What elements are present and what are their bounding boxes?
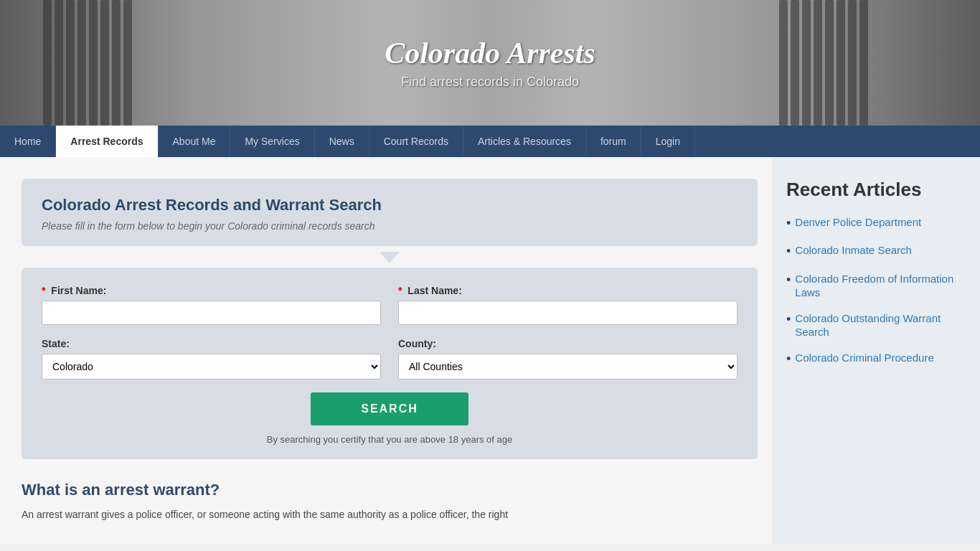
last-name-group: * Last Name: xyxy=(398,285,738,325)
list-item: Colorado Criminal Procedure xyxy=(786,351,966,367)
recent-articles-list: Denver Police Department Colorado Inmate… xyxy=(786,215,966,367)
search-button-wrapper: SEARCH xyxy=(42,392,738,425)
search-box-title: Colorado Arrest Records and Warrant Sear… xyxy=(42,196,738,215)
article-link-criminal-procedure[interactable]: Colorado Criminal Procedure xyxy=(795,351,933,365)
search-form-container: * First Name: * Last Name: State: xyxy=(22,268,758,459)
hero-content: Colorado Arrests Find arrest records in … xyxy=(385,36,595,90)
site-title: Colorado Arrests xyxy=(385,36,595,70)
site-subtitle: Find arrest records in Colorado xyxy=(385,75,595,90)
bars-left-decor xyxy=(43,0,201,126)
article-title: What is an arrest warrant? xyxy=(22,481,758,499)
nav-my-services[interactable]: My Services xyxy=(230,126,314,157)
state-group: State: Colorado xyxy=(42,338,381,380)
page-body: Colorado Arrest Records and Warrant Sear… xyxy=(0,157,980,545)
name-row: * First Name: * Last Name: xyxy=(42,285,738,325)
list-item: Colorado Outstanding Warrant Search xyxy=(786,311,966,339)
nav-login[interactable]: Login xyxy=(641,126,695,157)
nav-news[interactable]: News xyxy=(315,126,369,157)
location-row: State: Colorado County: All Counties xyxy=(42,338,738,380)
arrow-down-indicator xyxy=(380,252,400,263)
hero-section: Colorado Arrests Find arrest records in … xyxy=(0,0,980,126)
county-group: County: All Counties xyxy=(398,338,738,380)
main-nav: Home Arrest Records About Me My Services… xyxy=(0,126,980,157)
nav-home[interactable]: Home xyxy=(0,126,56,157)
county-label: County: xyxy=(398,338,738,349)
bars-right-decor xyxy=(779,0,937,126)
nav-forum[interactable]: forum xyxy=(586,126,641,157)
nav-arrest-records[interactable]: Arrest Records xyxy=(56,126,158,157)
last-name-label: * Last Name: xyxy=(398,285,738,296)
list-item: Colorado Freedom of Information Laws xyxy=(786,272,966,300)
first-name-required: * xyxy=(42,285,45,296)
nav-court-records[interactable]: Court Records xyxy=(369,126,463,157)
nav-articles-resources[interactable]: Articles & Resources xyxy=(463,126,586,157)
state-label: State: xyxy=(42,338,381,349)
article-section: What is an arrest warrant? An arrest war… xyxy=(22,481,758,522)
sidebar-title: Recent Articles xyxy=(786,179,966,201)
first-name-input[interactable] xyxy=(42,301,381,325)
state-select[interactable]: Colorado xyxy=(42,354,381,380)
article-link-denver-police[interactable]: Denver Police Department xyxy=(795,215,921,230)
last-name-required: * xyxy=(398,285,402,296)
certify-text: By searching you certify that you are ab… xyxy=(42,434,738,445)
article-link-inmate-search[interactable]: Colorado Inmate Search xyxy=(795,243,912,258)
search-info-box: Colorado Arrest Records and Warrant Sear… xyxy=(22,179,758,246)
last-name-input[interactable] xyxy=(398,301,738,325)
sidebar: Recent Articles Denver Police Department… xyxy=(772,157,980,545)
county-select[interactable]: All Counties xyxy=(398,354,738,380)
article-text: An arrest warrant gives a police officer… xyxy=(22,507,758,522)
first-name-group: * First Name: xyxy=(42,285,381,325)
nav-about-me[interactable]: About Me xyxy=(159,126,231,157)
article-link-outstanding-warrant[interactable]: Colorado Outstanding Warrant Search xyxy=(795,311,966,339)
search-box-subtitle: Please fill in the form below to begin y… xyxy=(42,220,738,232)
search-button[interactable]: SEARCH xyxy=(311,392,468,425)
list-item: Denver Police Department xyxy=(786,215,966,232)
article-link-freedom-info[interactable]: Colorado Freedom of Information Laws xyxy=(795,272,966,300)
first-name-label: * First Name: xyxy=(42,285,381,296)
list-item: Colorado Inmate Search xyxy=(786,243,966,260)
main-content: Colorado Arrest Records and Warrant Sear… xyxy=(0,157,772,545)
